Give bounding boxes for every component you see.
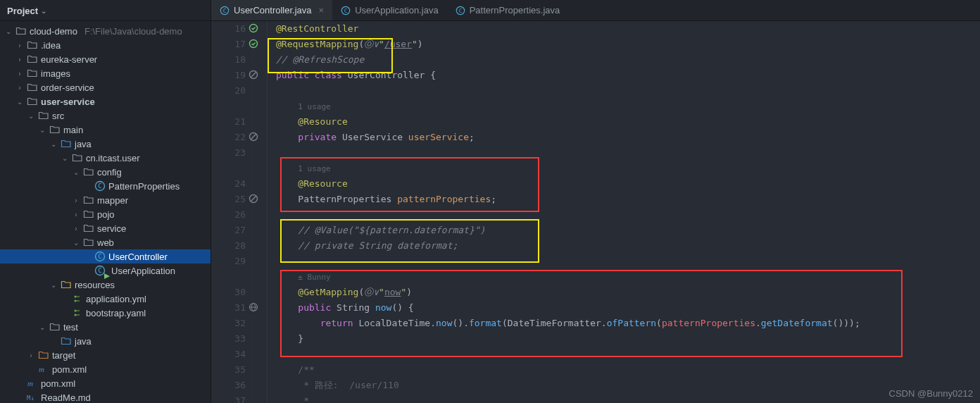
tree-twisty[interactable]: ⌄ (49, 140, 58, 148)
tree-item-resources[interactable]: ⌄resources (0, 278, 211, 292)
tree-item-web[interactable]: ⌄web (0, 235, 211, 249)
tree-label: eureka-server (41, 54, 97, 65)
code-line[interactable]: @Resource (276, 114, 980, 130)
gutter-no-icon[interactable] (249, 132, 258, 142)
excl-icon (38, 349, 49, 361)
code-line[interactable]: @GetMapping(ⓞ∨"now") (276, 285, 980, 300)
tree-item-main[interactable]: ⌄main (0, 123, 211, 137)
tree-item-config[interactable]: ⌄config (0, 165, 211, 179)
tree-item-user-service[interactable]: ⌄user-service (0, 94, 211, 108)
tree-twisty[interactable]: ⌄ (38, 126, 46, 134)
code-editor[interactable]: 1617181920212223242526272829303132333435… (211, 21, 980, 403)
gutter-impl-icon[interactable] (249, 23, 258, 33)
code-line[interactable] (276, 83, 980, 99)
code-line[interactable]: @RequestMapping(ⓞ∨"/user") (276, 37, 980, 52)
editor-tab[interactable]: CUserApplication.java (332, 0, 447, 20)
project-panel-header[interactable]: Project ⌄ (0, 0, 211, 21)
tree-label: PatternProperties (108, 181, 180, 192)
tree-item-target[interactable]: ›target (0, 348, 211, 362)
tree-item-mapper[interactable]: ›mapper (0, 193, 211, 207)
gutter-no-icon[interactable] (249, 70, 258, 80)
svg-text:C: C (344, 7, 348, 13)
tree-twisty[interactable]: › (15, 70, 24, 78)
tree-twisty[interactable]: ⌄ (72, 239, 80, 247)
tree-item-java[interactable]: java (0, 334, 211, 348)
tree-item-readme-md[interactable]: M↓ReadMe.md (0, 390, 211, 403)
yml-icon (72, 293, 83, 304)
tree-twisty[interactable]: › (15, 84, 24, 92)
editor-tab[interactable]: CPatternProperties.java (447, 0, 569, 20)
tree-twisty[interactable]: › (72, 197, 80, 204)
tree-label: .idea (41, 40, 61, 51)
tree-item--idea[interactable]: ›.idea (0, 38, 211, 52)
tree-item-usercontroller[interactable]: CUserController (0, 249, 211, 264)
code-line[interactable]: @Resource (276, 176, 980, 192)
code-line[interactable]: // @RefreshScope (276, 52, 980, 68)
tree-label: order-service (41, 82, 94, 93)
tree-twisty[interactable]: ⌄ (49, 281, 58, 289)
tree-twisty[interactable]: › (72, 211, 80, 218)
tree-hint: F:\File\Java\cloud-demo (84, 26, 182, 37)
code-line[interactable]: 1 usage (276, 99, 980, 114)
code-line[interactable]: private UserService userService; (276, 130, 980, 145)
code-line[interactable]: public String now() { (276, 300, 980, 316)
tree-twisty[interactable]: › (27, 352, 35, 359)
code-line[interactable]: return LocalDateTime.now().format(DateTi… (276, 316, 980, 331)
tree-item-application-yml[interactable]: application.yml (0, 292, 211, 306)
tree-twisty[interactable]: ⌄ (61, 154, 69, 162)
tree-item-patternproperties[interactable]: CPatternProperties (0, 179, 211, 193)
code-line[interactable]: * 路径: /user/110 (276, 378, 980, 393)
code-line[interactable] (276, 254, 980, 269)
tree-twisty[interactable]: ⌄ (38, 323, 46, 331)
code-line[interactable]: } (276, 331, 980, 347)
code-line[interactable]: @RestController (276, 21, 980, 37)
code-area[interactable]: @RestController@RequestMapping(ⓞ∨"/user"… (268, 21, 980, 403)
tree-item-pom-xml[interactable]: mpom.xml (0, 376, 211, 390)
tree-label: resources (75, 280, 115, 290)
tree-label: pom.xml (41, 378, 75, 389)
tree-item-cloud-demo[interactable]: ⌄cloud-demoF:\File\Java\cloud-demo (0, 24, 211, 38)
tree-twisty[interactable]: ⌄ (72, 168, 80, 176)
maven-icon: m (38, 364, 49, 375)
code-line[interactable] (276, 347, 980, 362)
tree-item-java[interactable]: ⌄java (0, 137, 211, 151)
tree-twisty[interactable]: › (72, 225, 80, 232)
gutter-no-icon[interactable] (249, 194, 258, 204)
tree-twisty[interactable]: › (15, 42, 24, 49)
tree-item-images[interactable]: ›images (0, 66, 211, 80)
tree-label: cloud-demo (30, 26, 77, 37)
code-line[interactable]: ± Bunny (276, 269, 980, 285)
tree-item-service[interactable]: ›service (0, 221, 211, 235)
code-line[interactable]: public class UserController { (276, 68, 980, 83)
tree-item-eureka-server[interactable]: ›eureka-server (0, 52, 211, 66)
tree-item-bootstrap-yaml[interactable]: bootstrap.yaml (0, 306, 211, 320)
tree-twisty[interactable]: › (15, 56, 24, 63)
code-line[interactable]: /** (276, 362, 980, 378)
editor-tab[interactable]: CUserController.java× (211, 0, 332, 20)
code-line[interactable]: // @Value("${pattern.dateformat}") (276, 223, 980, 238)
tree-item-pom-xml[interactable]: mpom.xml (0, 362, 211, 376)
tree-twisty[interactable]: ⌄ (27, 112, 35, 120)
tree-item-pojo[interactable]: ›pojo (0, 207, 211, 221)
tree-label: mapper (97, 195, 128, 206)
folder-icon (27, 82, 38, 93)
tree-twisty[interactable]: ⌄ (4, 27, 13, 35)
tree-item-test[interactable]: ⌄test (0, 320, 211, 334)
tree-item-userapplication[interactable]: CUserApplication (0, 264, 211, 278)
gutter-impl-icon[interactable] (249, 39, 258, 49)
tree-item-cn-itcast-user[interactable]: ⌄cn.itcast.user (0, 151, 211, 165)
pkg-icon (83, 209, 94, 220)
code-line[interactable]: 1 usage (276, 161, 980, 176)
project-tree[interactable]: ⌄cloud-demoF:\File\Java\cloud-demo›.idea… (0, 21, 211, 403)
code-line[interactable]: // private String dateformat; (276, 238, 980, 254)
gutter-globe-icon[interactable] (249, 302, 258, 312)
tree-item-src[interactable]: ⌄src (0, 108, 211, 123)
code-line[interactable]: PatternProperties patternProperties; (276, 192, 980, 207)
code-line[interactable]: * (276, 393, 980, 403)
folder-icon (49, 124, 61, 135)
tree-twisty[interactable]: ⌄ (15, 98, 24, 106)
code-line[interactable] (276, 145, 980, 161)
tree-item-order-service[interactable]: ›order-service (0, 80, 211, 94)
code-line[interactable] (276, 207, 980, 223)
close-icon[interactable]: × (316, 5, 325, 16)
